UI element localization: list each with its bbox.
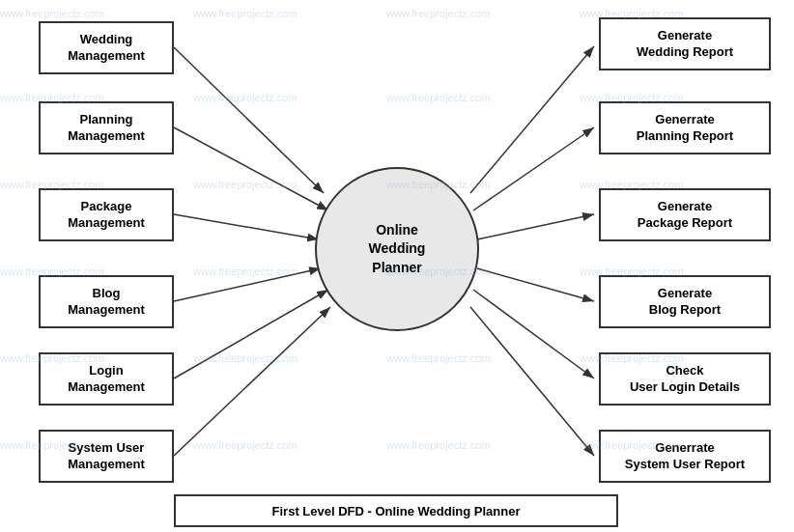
svg-line-4 — [174, 268, 321, 301]
svg-line-3 — [174, 214, 319, 239]
svg-line-6 — [174, 307, 330, 456]
svg-line-8 — [473, 127, 594, 210]
planning-management-box: PlanningManagement — [39, 101, 174, 154]
system-user-management-box: System UserManagement — [39, 430, 174, 483]
blog-management-box: BlogManagement — [39, 275, 174, 328]
watermark-3: www.freeprojectz.com — [386, 8, 491, 19]
package-management-box: PackageManagement — [39, 188, 174, 241]
watermark-2: www.freeprojectz.com — [193, 8, 298, 19]
gen-wedding-report-box: GenerateWedding Report — [599, 17, 771, 70]
diagram-area: www.freeprojectz.com www.freeprojectz.co… — [0, 0, 794, 532]
login-management-box: LoginManagement — [39, 352, 174, 406]
svg-line-7 — [470, 46, 594, 193]
watermark-6: www.freeprojectz.com — [193, 92, 298, 103]
gen-system-report-box: GenerrateSystem User Report — [599, 430, 771, 483]
wedding-management-box: WeddingManagement — [39, 21, 174, 74]
center-circle: OnlineWeddingPlanner — [315, 167, 479, 331]
svg-line-11 — [473, 290, 594, 378]
svg-line-1 — [174, 47, 324, 193]
svg-line-10 — [477, 268, 594, 301]
svg-line-2 — [174, 127, 328, 210]
watermark-18: www.freeprojectz.com — [193, 352, 298, 364]
footer-text: First Level DFD - Online Wedding Planner — [272, 504, 521, 518]
footer-label: First Level DFD - Online Wedding Planner — [174, 494, 618, 527]
watermark-23: www.freeprojectz.com — [386, 439, 491, 451]
svg-line-9 — [477, 214, 594, 239]
watermark-14: www.freeprojectz.com — [193, 266, 298, 277]
check-login-box: CheckUser Login Details — [599, 352, 771, 406]
gen-blog-report-box: GenerateBlog Report — [599, 275, 771, 328]
watermark-22: www.freeprojectz.com — [193, 439, 298, 451]
gen-package-report-box: GeneratePackage Report — [599, 188, 771, 241]
watermark-19: www.freeprojectz.com — [386, 352, 491, 364]
svg-line-12 — [470, 307, 594, 456]
watermark-7: www.freeprojectz.com — [386, 92, 491, 103]
watermark-1: www.freeprojectz.com — [0, 8, 104, 19]
svg-line-5 — [174, 290, 328, 378]
watermark-10: www.freeprojectz.com — [193, 179, 298, 190]
gen-planning-report-box: GenerratePlanning Report — [599, 101, 771, 154]
